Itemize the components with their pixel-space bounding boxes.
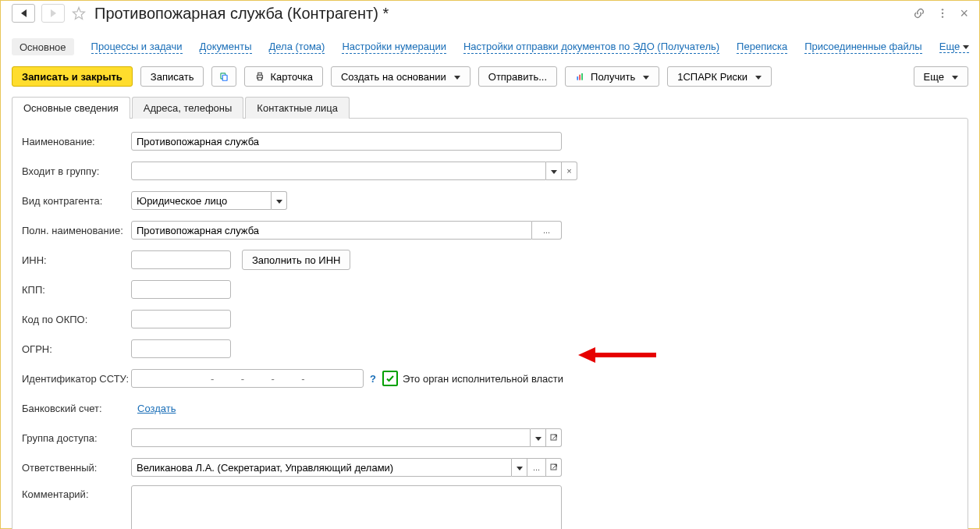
section-tab-documents[interactable]: Документы [200,41,252,54]
group-clear-button[interactable]: × [562,162,577,180]
write-button[interactable]: Записать [140,66,204,87]
arrow-right-icon [51,9,56,17]
fullname-label: Полн. наименование: [22,225,131,236]
name-input[interactable] [131,132,562,151]
section-tab-attached[interactable]: Присоединенные файлы [804,41,922,54]
name-label: Наименование: [22,136,131,147]
responsible-open-button[interactable] [546,458,562,477]
fullname-ellipsis-button[interactable]: ... [532,221,562,240]
gov-body-label: Это орган исполнительной власти [403,373,563,385]
window-title: Противопожарная служба (Контрагент) * [94,5,389,23]
chart-icon [575,71,586,82]
section-tab-more[interactable]: Еще [939,41,969,53]
form-panel: Наименование: Входит в группу: × Вид кон… [12,118,968,529]
svg-rect-11 [581,73,583,80]
responsible-input[interactable] [131,458,512,477]
section-tab-edoc[interactable]: Настройки отправки документов по ЭДО (По… [463,41,719,54]
section-tab-cases[interactable]: Дела (тома) [269,41,325,54]
chevron-down-icon [643,76,649,80]
section-tab-more-label: Еще [939,41,960,52]
sstu-label: Идентификатор ССТУ: [22,373,131,385]
chevron-down-icon [517,467,523,470]
open-icon [549,463,559,472]
okpo-input[interactable] [131,310,231,328]
chevron-down-icon [755,76,762,80]
receive-button[interactable]: Получить [565,66,659,87]
access-select-button[interactable] [531,428,546,447]
svg-marker-0 [73,8,85,20]
access-open-button[interactable] [546,428,562,447]
nav-back-button[interactable] [12,4,35,23]
svg-rect-10 [579,75,581,80]
toolbar: Записать и закрыть Записать Карточка Соз… [1,63,979,96]
kpp-label: КПП: [22,284,131,296]
okpo-label: Код по ОКПО: [22,314,131,325]
kind-input[interactable] [131,191,272,210]
group-select-button[interactable] [546,162,562,180]
access-input[interactable] [131,428,531,447]
chevron-down-icon [963,45,969,49]
access-label: Группа доступа: [22,432,131,444]
section-tab-main[interactable]: Основное [12,38,74,55]
spark-label: 1СПАРК Риски [677,71,747,83]
printer-icon [254,71,265,82]
sstu-help-icon[interactable]: ? [370,373,376,385]
copy-button[interactable] [211,66,236,87]
svg-point-1 [942,9,943,10]
kebab-menu-icon[interactable] [936,7,949,20]
sstu-input[interactable] [131,369,364,388]
responsible-label: Ответственный: [22,462,131,474]
inn-label: ИНН: [22,254,131,266]
chevron-down-icon [551,170,557,174]
card-button-label: Карточка [270,71,312,83]
tab-contacts[interactable]: Контактные лица [245,97,350,119]
group-input[interactable] [131,162,546,180]
create-based-label: Создать на основании [341,71,446,83]
spark-button[interactable]: 1СПАРК Риски [667,66,772,87]
chevron-down-icon [952,76,958,80]
svg-rect-12 [551,435,556,440]
more-button[interactable]: Еще [914,66,968,87]
comment-textarea[interactable] [131,485,562,529]
more-label: Еще [924,71,944,83]
tab-addresses[interactable]: Адреса, телефоны [132,97,244,119]
write-and-close-button[interactable]: Записать и закрыть [12,66,133,87]
close-button[interactable]: × [960,6,968,20]
open-icon [549,433,559,442]
responsible-ellipsis-button[interactable]: ... [527,458,546,477]
chevron-down-icon [454,76,460,80]
nav-forward-button[interactable] [41,4,65,23]
section-tab-correspondence[interactable]: Переписка [737,41,787,54]
responsible-select-button[interactable] [512,458,527,477]
create-based-on-button[interactable]: Создать на основании [331,66,470,87]
ogrn-label: ОГРН: [22,343,131,355]
bank-create-link[interactable]: Создать [137,403,176,414]
kpp-input[interactable] [131,280,231,299]
chevron-down-icon [276,200,282,204]
tab-main-info[interactable]: Основные сведения [12,97,130,119]
svg-rect-5 [223,75,228,80]
svg-rect-8 [258,77,262,80]
favorite-star-icon[interactable] [71,5,87,21]
fullname-input[interactable] [131,221,532,240]
svg-rect-7 [258,73,262,75]
link-icon[interactable] [913,7,925,20]
arrow-left-icon [21,9,27,17]
fill-by-inn-button[interactable]: Заполнить по ИНН [242,250,350,270]
section-tab-numbering[interactable]: Настройки нумерации [342,41,446,54]
gov-body-checkbox[interactable] [382,371,398,386]
section-tab-processes[interactable]: Процессы и задачи [91,41,183,54]
card-button[interactable]: Карточка [244,66,322,87]
bank-label: Банковский счет: [22,403,131,414]
check-icon [385,374,395,383]
titlebar: Противопожарная служба (Контрагент) * × [1,1,979,27]
send-button[interactable]: Отправить... [478,66,557,87]
card-tabs: Основные сведения Адреса, телефоны Конта… [1,96,979,118]
svg-rect-13 [551,464,556,470]
group-label: Входит в группу: [22,165,131,177]
ogrn-input[interactable] [131,339,231,358]
svg-point-3 [942,16,943,17]
inn-input[interactable] [131,250,231,269]
chevron-down-icon [535,437,541,441]
kind-select-button[interactable] [272,191,287,210]
